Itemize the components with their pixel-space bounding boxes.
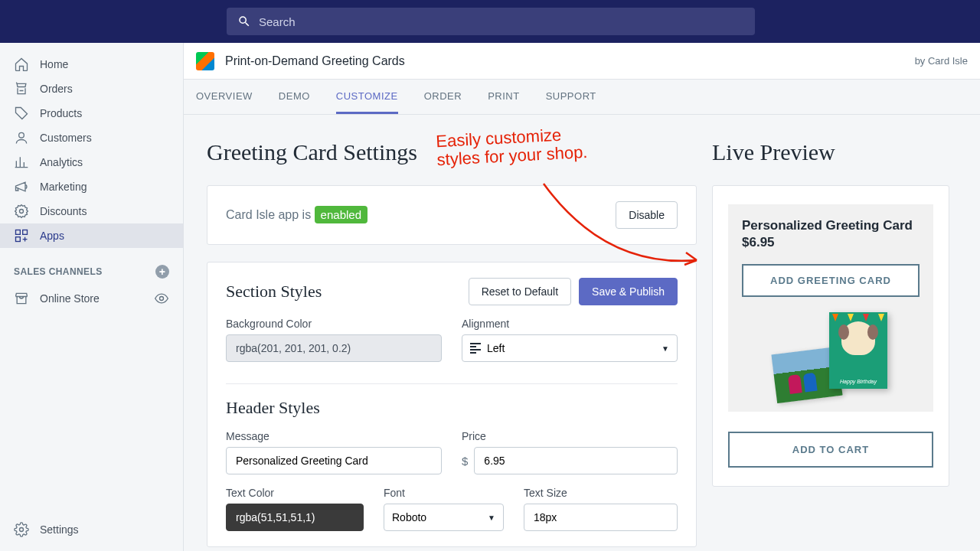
app-author: by Card Isle [915, 55, 968, 67]
price-label: Price [462, 430, 678, 442]
nav-customers[interactable]: Customers [0, 126, 183, 150]
status-badge: enabled [315, 206, 368, 223]
font-label: Font [384, 487, 504, 499]
preview-widget: Personalized Greeting Card $6.95 ADD GRE… [728, 204, 933, 412]
nav-label: Products [40, 107, 82, 119]
gear-icon [14, 522, 29, 537]
apps-icon [14, 228, 29, 243]
add-to-cart-button[interactable]: ADD TO CART [728, 432, 933, 468]
reset-button[interactable]: Reset to Default [469, 278, 571, 305]
tab-print[interactable]: PRINT [488, 90, 520, 114]
channels-label-text: SALES CHANNELS [14, 266, 103, 277]
nav-label: Apps [40, 230, 64, 242]
store-icon [14, 291, 29, 306]
textcolor-label: Text Color [226, 487, 364, 499]
nav-analytics[interactable]: Analytics [0, 150, 183, 174]
customers-icon [14, 130, 29, 145]
main-content: Print-on-Demand Greeting Cards by Card I… [184, 43, 980, 551]
preview-product-price: $6.95 [742, 235, 920, 250]
nav-marketing[interactable]: Marketing [0, 174, 183, 199]
tab-customize[interactable]: CUSTOMIZE [336, 90, 398, 114]
tab-support[interactable]: SUPPORT [546, 90, 596, 114]
save-publish-button[interactable]: Save & Publish [579, 278, 678, 305]
alignment-select[interactable]: Left ▼ [462, 334, 678, 362]
tab-demo[interactable]: DEMO [279, 90, 310, 114]
nav-label: Online Store [40, 292, 100, 305]
font-select[interactable]: Roboto ▼ [384, 504, 504, 531]
nav-label: Customers [40, 132, 92, 144]
bg-color-label: Background Color [226, 318, 442, 330]
nav-home[interactable]: Home [0, 52, 183, 77]
nav-label: Analytics [40, 156, 83, 168]
styles-card: Section Styles Reset to Default Save & P… [207, 262, 697, 547]
bg-color-input[interactable] [226, 334, 442, 362]
svg-point-0 [19, 132, 24, 138]
greeting-card-image: Happy Birthday [829, 312, 887, 389]
preview-heading: Live Preview [712, 139, 949, 165]
analytics-icon [14, 155, 29, 170]
message-label: Message [226, 430, 442, 442]
nav-products[interactable]: Products [0, 101, 183, 126]
nav-apps[interactable]: Apps [0, 223, 183, 248]
preview-panel: Personalized Greeting Card $6.95 ADD GRE… [712, 185, 949, 487]
textsize-label: Text Size [524, 487, 678, 499]
add-channel-button[interactable]: + [155, 265, 169, 279]
svg-rect-2 [16, 230, 21, 235]
nav-online-store[interactable]: Online Store [0, 286, 183, 311]
products-icon [14, 106, 29, 121]
nav-discounts[interactable]: Discounts [0, 199, 183, 223]
chevron-down-icon: ▼ [488, 514, 495, 522]
status-text: Card Isle app is enabled [226, 208, 368, 222]
message-input[interactable] [226, 447, 442, 474]
app-logo [196, 52, 214, 70]
home-icon [14, 57, 29, 72]
orders-icon [14, 81, 29, 96]
svg-point-1 [20, 210, 24, 214]
svg-point-6 [20, 528, 24, 532]
sidebar: Home Orders Products Customers Analytics… [0, 43, 184, 551]
textsize-input[interactable] [524, 504, 678, 531]
search-input-container[interactable] [227, 8, 755, 35]
status-card: Card Isle app is enabled Disable [207, 185, 697, 245]
svg-point-5 [160, 297, 164, 301]
preview-product-title: Personalized Greeting Card [742, 218, 920, 233]
app-title: Print-on-Demand Greeting Cards [225, 54, 405, 68]
nav-label: Settings [40, 523, 79, 536]
tab-order[interactable]: ORDER [424, 90, 462, 114]
tab-overview[interactable]: OVERVIEW [196, 90, 253, 114]
svg-rect-4 [16, 237, 21, 242]
currency-symbol: $ [462, 455, 468, 468]
add-greeting-card-button[interactable]: ADD GREETING CARD [742, 264, 920, 297]
preview-images: Happy Birthday [742, 297, 920, 396]
svg-rect-3 [23, 230, 28, 235]
marketing-icon [14, 179, 29, 194]
header-styles-title: Header Styles [226, 398, 678, 418]
search-icon [237, 15, 251, 28]
disable-button[interactable]: Disable [616, 201, 678, 229]
channels-header: SALES CHANNELS + [0, 248, 183, 286]
app-header: Print-on-Demand Greeting Cards by Card I… [184, 43, 980, 80]
price-input[interactable] [474, 447, 678, 474]
nav-label: Home [40, 58, 68, 70]
alignment-label: Alignment [462, 318, 678, 330]
textcolor-input[interactable] [226, 504, 364, 531]
top-bar [0, 0, 980, 43]
nav-label: Discounts [40, 205, 87, 217]
page-title: Greeting Card Settings [207, 139, 697, 165]
section-styles-title: Section Styles [226, 282, 322, 302]
eye-icon[interactable] [154, 291, 169, 306]
discounts-icon [14, 204, 29, 219]
chevron-down-icon: ▼ [662, 344, 669, 353]
nav-label: Orders [40, 83, 73, 95]
tab-bar: OVERVIEW DEMO CUSTOMIZE ORDER PRINT SUPP… [184, 80, 980, 115]
nav-orders[interactable]: Orders [0, 77, 183, 101]
nav-settings[interactable]: Settings [0, 517, 183, 542]
nav-label: Marketing [40, 181, 87, 193]
align-left-icon [470, 343, 481, 354]
divider [226, 383, 678, 384]
search-input[interactable] [259, 15, 744, 28]
